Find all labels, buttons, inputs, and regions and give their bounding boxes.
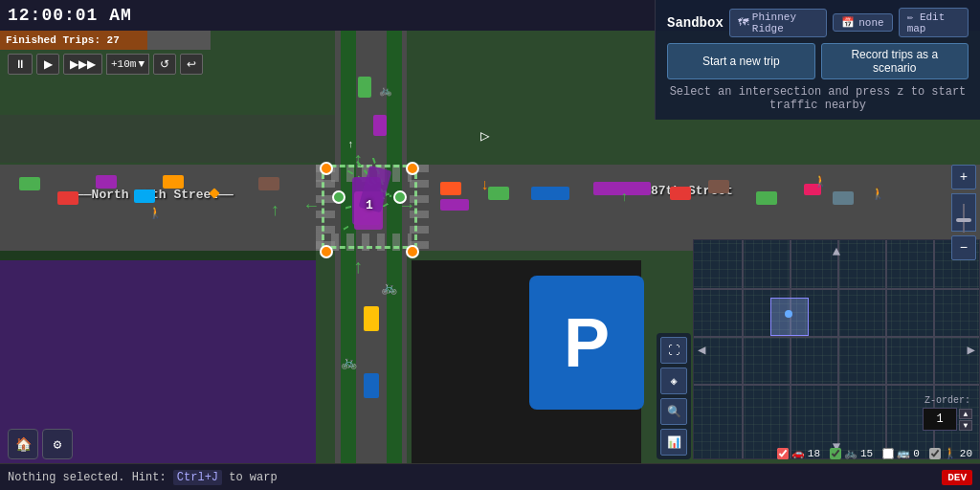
z-order-label: Z-order:	[924, 395, 970, 406]
zoom-in-button[interactable]: +	[951, 165, 976, 189]
buses-count: 0	[913, 448, 920, 459]
fullscreen-button[interactable]: ⛶	[660, 337, 687, 364]
scenario-name: none	[858, 17, 883, 29]
hint-key-label: Ctrl+J	[173, 470, 222, 485]
legend-bikes[interactable]: 🚲 15	[830, 447, 873, 459]
chart-button[interactable]: 📊	[660, 429, 687, 456]
pause-button[interactable]: ⏸	[8, 54, 33, 75]
walk-icon: 🚶	[944, 447, 957, 459]
legend: 🚗 18 🚲 15 🚌 0 🚶 20	[777, 447, 972, 459]
cars-count: 18	[808, 448, 820, 459]
fast-forward-button[interactable]: ▶▶▶	[63, 54, 102, 75]
location-tag[interactable]: 🗺 Phinney Ridge	[729, 9, 827, 37]
bottom-left-icons: 🏠 ⚙	[8, 429, 73, 459]
edit-map-button[interactable]: ✏ Edit map	[899, 8, 969, 37]
pedestrians-count: 20	[960, 448, 972, 459]
minimap-nav-right[interactable]: ▶	[968, 342, 975, 358]
finished-trips-bar: Finished Trips: 27	[0, 31, 211, 50]
finished-trips-label: Finished Trips: 27	[6, 34, 120, 46]
z-order-down[interactable]: ▼	[959, 420, 972, 431]
bikes-count: 15	[860, 448, 873, 459]
legend-pedestrians-check[interactable]	[929, 448, 941, 459]
scenario-tag[interactable]: 📅 none	[833, 13, 892, 32]
home-button[interactable]: 🏠	[8, 429, 38, 459]
location-name: Phinney Ridge	[752, 11, 818, 34]
action-buttons: Start a new trip Record trips as a scena…	[667, 43, 969, 79]
dev-badge: DEV	[942, 470, 972, 485]
z-order-panel: Z-order: 1 ▲ ▼	[923, 395, 972, 431]
play-button[interactable]: ▶	[36, 54, 59, 75]
status-warp: to warp	[229, 471, 277, 484]
right-panel: Sandbox 🗺 Phinney Ridge 📅 none ✏ Edit ma…	[655, 0, 980, 120]
speed-value: +10m	[111, 58, 136, 70]
sandbox-title: Sandbox	[667, 15, 724, 31]
parking-sign: P	[529, 276, 644, 410]
record-scenario-button[interactable]: Record trips as a scenario	[821, 43, 969, 79]
minimap-nav-left[interactable]: ◀	[698, 342, 705, 358]
layers-button[interactable]: ◈	[660, 368, 687, 394]
zoom-drag[interactable]	[951, 193, 976, 232]
bus-icon: 🚌	[897, 447, 910, 459]
hint-text: Select an intersection and press z to st…	[667, 85, 969, 112]
clock: 12:00:01 AM	[8, 6, 132, 25]
status-nothing: Nothing selected.	[8, 471, 124, 484]
calendar-icon: 📅	[841, 16, 855, 29]
speed-selector[interactable]: +10m ▼	[106, 54, 149, 75]
zoom-out-button[interactable]: −	[951, 235, 976, 260]
speed-arrow: ▼	[138, 58, 145, 70]
settings-button[interactable]: ⚙	[42, 429, 73, 459]
car-icon: 🚗	[791, 447, 805, 459]
legend-buses[interactable]: 🚌 0	[882, 447, 920, 459]
legend-buses-check[interactable]	[882, 448, 894, 459]
status-hint-prefix: Hint:	[132, 471, 173, 484]
minimap-nav-up[interactable]: ▲	[833, 244, 840, 259]
legend-cars[interactable]: 🚗 18	[777, 447, 820, 459]
legend-cars-check[interactable]	[777, 448, 789, 459]
new-trip-button[interactable]: Start a new trip	[667, 43, 815, 79]
search-map-button[interactable]: 🔍	[660, 398, 687, 425]
legend-bikes-check[interactable]	[830, 448, 841, 459]
sandbox-row: Sandbox 🗺 Phinney Ridge 📅 none ✏ Edit ma…	[667, 8, 969, 37]
z-order-value[interactable]: 1	[923, 408, 957, 431]
bike-icon: 🚲	[844, 447, 858, 459]
z-order-up[interactable]: ▲	[959, 409, 972, 419]
controls-bar: ⏸ ▶ ▶▶▶ +10m ▼ ↺ ↩	[0, 50, 211, 78]
map-left-controls: ⛶ ◈ 🔍 📊	[657, 333, 691, 459]
map-icon: 🗺	[738, 16, 748, 29]
reset-button[interactable]: ↺	[153, 54, 176, 75]
legend-pedestrians[interactable]: 🚶 20	[929, 447, 972, 459]
status-area: Nothing selected. Hint: Ctrl+J to warp	[8, 471, 942, 484]
bottom-bar: Nothing selected. Hint: Ctrl+J to warp D…	[0, 463, 980, 490]
undo-button[interactable]: ↩	[180, 54, 203, 75]
